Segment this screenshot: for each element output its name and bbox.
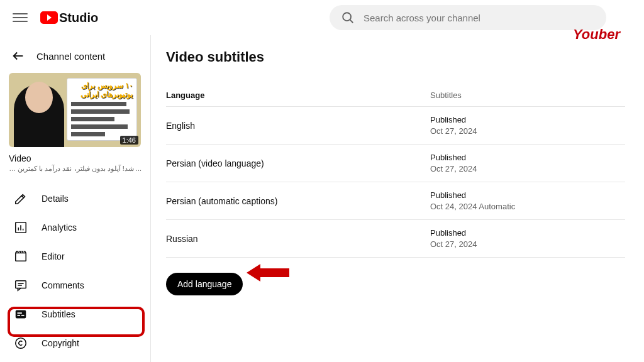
page-title: Video subtitles	[166, 49, 625, 65]
sidebar-item-label: Subtitles	[42, 309, 75, 319]
cell-language: Russian	[166, 234, 430, 244]
svg-point-15	[16, 338, 26, 349]
sidebar: Channel content ۱۰ سرویس برای یوتیوبرهای…	[0, 35, 151, 362]
menu-icon[interactable]	[13, 10, 28, 25]
table-row[interactable]: EnglishPublishedOct 27, 2024	[166, 107, 625, 145]
sidebar-item-label: Analytics	[42, 222, 77, 233]
search-placeholder: Search across your channel	[364, 13, 480, 23]
subtitles-icon	[14, 307, 28, 321]
sidebar-item-comments[interactable]: Comments	[0, 271, 150, 300]
svg-rect-13	[21, 315, 25, 316]
cell-language: Persian (video language)	[166, 158, 430, 168]
svg-rect-11	[16, 310, 26, 319]
back-row[interactable]: Channel content	[0, 44, 150, 73]
studio-logo[interactable]: Studio	[40, 11, 98, 25]
cell-language: English	[166, 121, 430, 131]
cell-subtitles: PublishedOct 27, 2024	[430, 228, 477, 249]
cell-subtitles: PublishedOct 27, 2024	[430, 115, 477, 136]
table-row[interactable]: RussianPublishedOct 27, 2024	[166, 220, 625, 258]
video-description: ... شد! آپلود بدون فیلتر، نقد درآمد با ک…	[0, 165, 150, 180]
sidebar-item-label: Comments	[42, 280, 84, 290]
search-input[interactable]: Search across your channel	[330, 5, 606, 30]
cell-subtitles: PublishedOct 24, 2024 Automatic	[430, 190, 515, 211]
add-language-button[interactable]: Add language	[166, 273, 243, 295]
back-label: Channel content	[36, 51, 105, 62]
sidebar-item-label: Copyright	[42, 338, 79, 348]
sidebar-item-label: Details	[42, 194, 69, 204]
duration-badge: 1:46	[120, 136, 138, 145]
sidebar-item-label: Editor	[42, 251, 65, 261]
sidebar-item-subtitles[interactable]: Subtitles	[0, 300, 150, 329]
header: Studio Search across your channel	[0, 0, 644, 35]
table-row[interactable]: Persian (video language)PublishedOct 27,…	[166, 145, 625, 182]
svg-rect-8	[16, 281, 26, 288]
svg-point-0	[343, 13, 351, 21]
svg-rect-7	[16, 253, 26, 261]
sidebar-item-analytics[interactable]: Analytics	[0, 213, 150, 242]
subtitles-table: Language Subtitles EnglishPublishedOct 2…	[166, 84, 625, 258]
main-content: Video subtitles Language Subtitles Engli…	[151, 35, 644, 362]
logo-text: Studio	[59, 11, 98, 25]
svg-rect-14	[18, 312, 22, 314]
cell-language: Persian (automatic captions)	[166, 196, 430, 206]
youtube-icon	[40, 11, 58, 24]
copyright-icon	[14, 336, 28, 350]
sidebar-item-editor[interactable]: Editor	[0, 242, 150, 271]
youber-watermark: Youber	[573, 26, 620, 43]
sidebar-item-details[interactable]: Details	[0, 184, 150, 213]
video-thumbnail[interactable]: ۱۰ سرویس برای یوتیوبرهای ایرانی 1:46	[9, 73, 141, 147]
video-label: Video	[0, 147, 150, 165]
column-language: Language	[166, 90, 430, 100]
table-row[interactable]: Persian (automatic captions)PublishedOct…	[166, 182, 625, 220]
column-subtitles: Subtitles	[430, 90, 462, 100]
analytics-icon	[14, 221, 28, 234]
pencil-icon	[14, 192, 28, 206]
editor-icon	[14, 250, 28, 263]
svg-line-1	[350, 20, 353, 23]
sidebar-item-copyright[interactable]: Copyright	[0, 329, 150, 358]
cell-subtitles: PublishedOct 27, 2024	[430, 153, 477, 173]
svg-rect-12	[18, 315, 21, 316]
search-icon	[341, 11, 355, 25]
arrow-left-icon	[11, 49, 25, 63]
table-header: Language Subtitles	[166, 84, 625, 107]
comments-icon	[14, 278, 28, 292]
